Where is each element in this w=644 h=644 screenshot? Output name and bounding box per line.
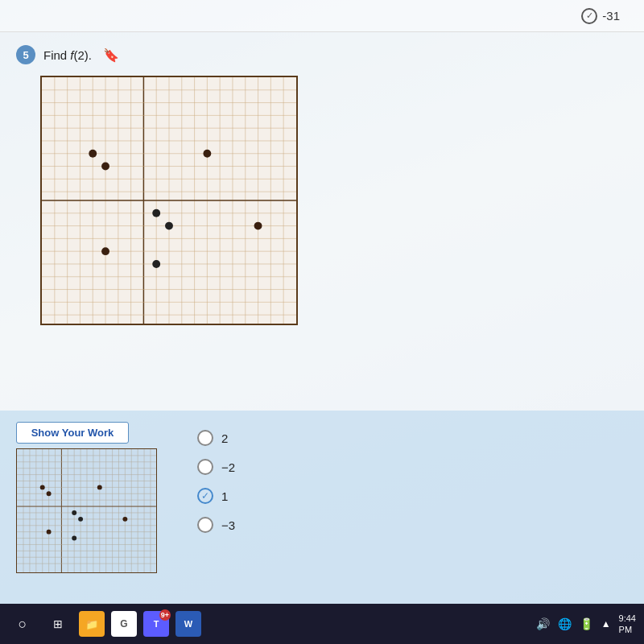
graph-dot-5 (165, 222, 173, 230)
main-grid (40, 76, 298, 325)
teams-icon[interactable]: T 9+ (143, 611, 169, 637)
check-1[interactable]: ✓ (197, 488, 213, 504)
svg-point-79 (97, 485, 102, 489)
grid-svg (42, 77, 296, 324)
previous-answer: ✓ -31 (581, 8, 620, 24)
network-icon[interactable]: 🌐 (558, 617, 572, 630)
bookmark-icon[interactable]: 🔖 (103, 47, 119, 63)
svg-point-81 (78, 517, 83, 522)
system-tray-expand[interactable]: ▲ (601, 618, 611, 630)
answer-choice-1[interactable]: ✓ 1 (197, 488, 235, 504)
radio-neg2[interactable] (197, 459, 213, 475)
taskbar-right: 🔊 🌐 🔋 ▲ 9:44PM (536, 613, 636, 636)
top-answer-bar: ✓ -31 (0, 0, 644, 32)
answer-choice-neg3[interactable]: −3 (197, 517, 235, 533)
graph-dot-7 (152, 260, 160, 268)
graph-dot-1 (89, 150, 97, 158)
word-icon[interactable]: W (175, 611, 201, 637)
question-text: Find f(2). (43, 48, 92, 62)
svg-point-84 (122, 517, 127, 522)
teams-badge: 9+ (159, 609, 171, 621)
graph-dot-8 (254, 222, 262, 230)
answer-value: -31 (602, 9, 620, 23)
mini-grid (16, 448, 157, 573)
volume-icon[interactable]: 🔊 (536, 617, 550, 630)
chrome-icon[interactable]: G (111, 611, 137, 637)
graph-dot-4 (152, 209, 160, 217)
start-button[interactable]: ○ (8, 609, 37, 638)
task-view-button[interactable]: ⊞ (43, 609, 72, 638)
battery-icon[interactable]: 🔋 (580, 617, 593, 630)
svg-point-80 (72, 510, 76, 515)
word-label: W (184, 619, 192, 629)
svg-point-82 (47, 530, 52, 535)
file-explorer-icon[interactable]: 📁 (79, 611, 105, 637)
graph-dot-2 (101, 163, 109, 171)
answer-choices: 2 −2 ✓ 1 −3 (197, 430, 235, 533)
clock: 9:44PM (619, 613, 636, 636)
main-graph-container (40, 76, 628, 325)
bottom-section: Show Your Work (0, 411, 644, 604)
show-work-area: Show Your Work (16, 422, 157, 573)
taskbar: ○ ⊞ 📁 G T 9+ W 🔊 🌐 🔋 ▲ 9:44PM (0, 604, 644, 644)
question-number: 5 (16, 45, 35, 64)
radio-neg3[interactable] (197, 517, 213, 533)
choice-label-1: 1 (221, 489, 228, 503)
graph-dot-6 (101, 247, 109, 255)
check-icon: ✓ (581, 8, 597, 24)
choice-label-2: 2 (221, 431, 228, 445)
graph-dot-3 (203, 150, 211, 158)
svg-point-83 (72, 536, 76, 541)
answer-choice-2[interactable]: 2 (197, 430, 235, 446)
show-work-button[interactable]: Show Your Work (16, 422, 129, 444)
svg-point-78 (47, 491, 52, 496)
mini-grid-svg (17, 449, 156, 572)
teams-label: T (154, 619, 159, 629)
radio-2[interactable] (197, 430, 213, 446)
choice-label-neg2: −2 (221, 460, 235, 474)
answer-choice-neg2[interactable]: −2 (197, 459, 235, 475)
svg-point-77 (40, 485, 45, 489)
question-header: 5 Find f(2). 🔖 (16, 45, 628, 64)
choice-label-neg3: −3 (221, 518, 235, 532)
question-area: 5 Find f(2). 🔖 (0, 32, 644, 411)
